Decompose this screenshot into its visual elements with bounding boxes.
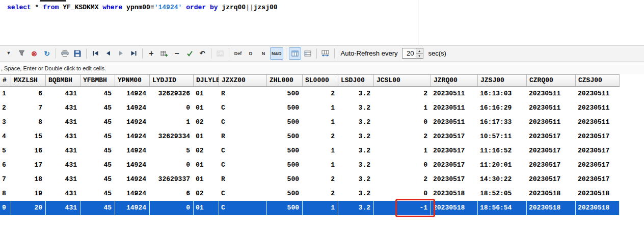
- cell-lydjid[interactable]: 6: [150, 187, 194, 201]
- cell-jzrq00[interactable]: 20230511: [431, 87, 478, 101]
- cell-czrq00[interactable]: 20230511: [527, 115, 576, 129]
- cell-czsj00[interactable]: 20230517: [576, 144, 620, 158]
- cell-mxzlsh[interactable]: 20: [11, 201, 46, 215]
- column-header-djlylb[interactable]: DJLYLB: [194, 75, 219, 86]
- cell-czsj00[interactable]: 20230517: [576, 158, 620, 172]
- cell-lydjid[interactable]: 32629337: [150, 172, 194, 187]
- cell-lsdj00[interactable]: 3.2: [338, 144, 374, 158]
- cell-rownum[interactable]: 8: [0, 187, 11, 201]
- cell-yfbmbh[interactable]: 45: [81, 115, 115, 129]
- cell-ypnm00[interactable]: 14924: [115, 87, 150, 101]
- cell-mxzlsh[interactable]: 8: [11, 115, 46, 129]
- cell-jcsl00[interactable]: 0: [374, 187, 431, 201]
- cell-rownum[interactable]: 3: [0, 115, 11, 129]
- cell-lydjid[interactable]: 0: [150, 201, 194, 215]
- cell-yfbmbh[interactable]: 45: [81, 144, 115, 158]
- cell-sl0000[interactable]: 2: [303, 187, 338, 201]
- cell-lsdj00[interactable]: 3.2: [338, 187, 374, 201]
- record-view-button[interactable]: [302, 47, 314, 60]
- cell-bqbmbh[interactable]: 431: [46, 129, 81, 144]
- table-row[interactable]: 41543145149243262933401R50023.2220230517…: [0, 129, 620, 144]
- cell-czsj00[interactable]: 20230517: [576, 172, 620, 187]
- cell-zhl000[interactable]: 500: [267, 115, 303, 129]
- column-header-lsdj00[interactable]: LSDJ00: [338, 75, 374, 86]
- cell-sl0000[interactable]: 2: [303, 87, 338, 101]
- cell-mxzlsh[interactable]: 18: [11, 172, 46, 187]
- filter-dropdown-button[interactable]: ▼: [3, 47, 15, 60]
- cell-rownum[interactable]: 1: [0, 87, 11, 101]
- cell-djlylb[interactable]: 02: [194, 115, 219, 129]
- cell-czsj00[interactable]: 20230511: [576, 87, 620, 101]
- insert-record-button[interactable]: +: [145, 47, 157, 60]
- next-record-button[interactable]: [115, 47, 127, 60]
- cell-jcsl00[interactable]: 2: [374, 87, 431, 101]
- cell-ypnm00[interactable]: 14924: [115, 144, 150, 158]
- cell-czsj00[interactable]: 20230518: [576, 187, 620, 201]
- delete-record-button[interactable]: −: [171, 47, 183, 60]
- cell-jzsj00[interactable]: 11:20:01: [478, 158, 527, 172]
- cell-jcsl00[interactable]: 2: [374, 129, 431, 144]
- cell-djlylb[interactable]: 01: [194, 158, 219, 172]
- cell-bqbmbh[interactable]: 431: [46, 87, 81, 101]
- prior-record-button[interactable]: [102, 47, 114, 60]
- cell-rownum[interactable]: 5: [0, 144, 11, 158]
- cell-lydjid[interactable]: 0: [150, 101, 194, 115]
- cell-rownum[interactable]: 9: [0, 201, 11, 215]
- cell-yfbmbh[interactable]: 45: [81, 158, 115, 172]
- cell-bqbmbh[interactable]: 431: [46, 115, 81, 129]
- cell-czsj00[interactable]: 20230518: [576, 201, 620, 215]
- column-header-ypnm00[interactable]: YPNM00: [115, 75, 150, 86]
- cell-ypnm00[interactable]: 14924: [115, 101, 150, 115]
- cell-lsdj00[interactable]: 3.2: [338, 129, 374, 144]
- cell-jzrq00[interactable]: 20230511: [431, 115, 478, 129]
- cell-mxzlsh[interactable]: 15: [11, 129, 46, 144]
- cell-rownum[interactable]: 4: [0, 129, 11, 144]
- cell-djlylb[interactable]: 01: [194, 201, 219, 215]
- table-row[interactable]: 1643145149243262932601R50023.22202305111…: [0, 87, 620, 101]
- cell-jcsl00[interactable]: 0: [374, 158, 431, 172]
- cell-czsj00[interactable]: 20230511: [576, 115, 620, 129]
- cell-czsj00[interactable]: 20230511: [576, 101, 620, 115]
- cell-mxzlsh[interactable]: 19: [11, 187, 46, 201]
- table-row-selected[interactable]: 9204314514924001C50013.2-12023051818:56:…: [0, 201, 620, 215]
- cell-jzrq00[interactable]: 20230511: [431, 101, 478, 115]
- cell-jzsj00[interactable]: 16:13:03: [478, 87, 527, 101]
- cell-jzsj00[interactable]: 11:16:52: [478, 144, 527, 158]
- cell-jcsl00[interactable]: 0: [374, 115, 431, 129]
- cell-sl0000[interactable]: 1: [303, 101, 338, 115]
- cell-lydjid[interactable]: 5: [150, 144, 194, 158]
- append-record-button[interactable]: [158, 47, 170, 60]
- cell-jzrq00[interactable]: 20230517: [431, 144, 478, 158]
- cell-ypnm00[interactable]: 14924: [115, 129, 150, 144]
- cell-djlylb[interactable]: 01: [194, 172, 219, 187]
- cell-zhl000[interactable]: 500: [267, 87, 303, 101]
- table-row[interactable]: 8194314514924602C50023.202023051818:52:0…: [0, 187, 620, 201]
- cell-sl0000[interactable]: 2: [303, 129, 338, 144]
- cell-jzrq00[interactable]: 20230518: [431, 187, 478, 201]
- grid-view-button[interactable]: [289, 47, 301, 60]
- cell-sl0000[interactable]: 2: [303, 172, 338, 187]
- table-row[interactable]: 6174314514924001C50013.202023051711:20:0…: [0, 158, 620, 172]
- cell-czrq00[interactable]: 20230517: [527, 129, 576, 144]
- cell-sl0000[interactable]: 1: [303, 201, 338, 215]
- cell-ypnm00[interactable]: 14924: [115, 201, 150, 215]
- column-header-zhl000[interactable]: ZHL000: [267, 75, 303, 86]
- cell-jzrq00[interactable]: 20230517: [431, 129, 478, 144]
- cell-yfbmbh[interactable]: 45: [81, 187, 115, 201]
- cell-jzrq00[interactable]: 20230517: [431, 172, 478, 187]
- table-row[interactable]: 384314514924102C50013.202023051116:17:33…: [0, 115, 620, 129]
- cell-ypnm00[interactable]: 14924: [115, 158, 150, 172]
- column-header-jcsl00[interactable]: JCSL00: [374, 75, 431, 86]
- cell-lsdj00[interactable]: 3.2: [338, 201, 374, 215]
- column-header-jzsj00[interactable]: JZSJ00: [478, 75, 527, 86]
- cell-djlylb[interactable]: 01: [194, 129, 219, 144]
- column-header-jzrq00[interactable]: JZRQ00: [431, 75, 478, 86]
- cell-djlylb[interactable]: 02: [194, 144, 219, 158]
- cell-zhl000[interactable]: 500: [267, 201, 303, 215]
- filter-button[interactable]: [15, 47, 28, 60]
- column-header-rownum[interactable]: #: [0, 75, 11, 86]
- cell-jzxz00[interactable]: R: [219, 172, 267, 187]
- cell-jzxz00[interactable]: C: [219, 144, 267, 158]
- auto-refresh-interval-value[interactable]: 20: [403, 48, 416, 58]
- cancel-filter-button[interactable]: ⊗: [28, 47, 40, 60]
